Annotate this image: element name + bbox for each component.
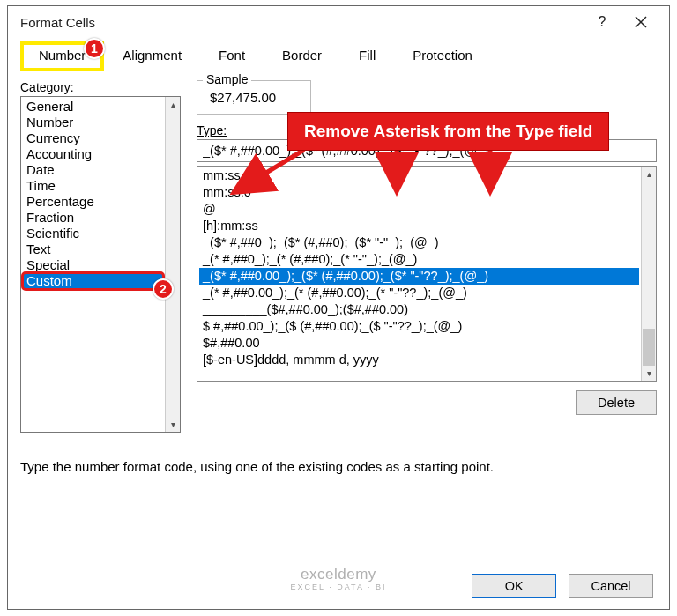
svg-line-2 xyxy=(237,150,304,190)
annotation-badge-2: 2 xyxy=(153,278,174,300)
annotation-callout: Remove Asterisk from the Type field xyxy=(287,112,609,151)
annotation-badge-1: 1 xyxy=(84,38,105,59)
annotation-arrows xyxy=(0,0,677,616)
